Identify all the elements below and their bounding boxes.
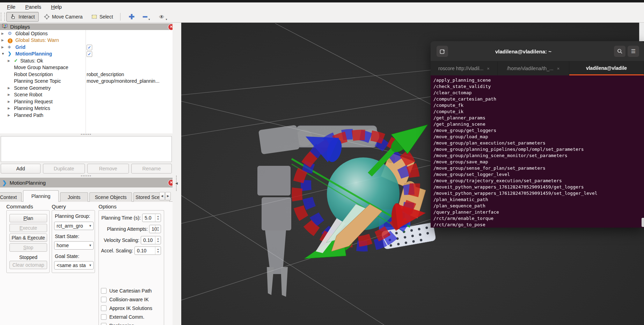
chevron-right-icon[interactable]: ▶ [1,45,4,49]
displays-panel-header[interactable]: Displays ✕ [0,23,177,30]
menu-help[interactable]: Help [47,3,66,10]
tree-label: Scene Geometry [14,85,51,91]
terminal-tab-roscore[interactable]: roscore http://vladil... × [431,61,498,75]
checkbox-icon[interactable] [101,314,107,320]
approx-ik-solutions-option[interactable]: Approx IK Solutions [101,305,152,312]
visibility-tool-button[interactable]: 👁▾ [155,13,171,21]
rename-display-button[interactable]: Rename [131,164,172,173]
tree-row-global-options[interactable]: ▶ ⚙ Global Options [0,31,173,37]
search-icon[interactable] [614,46,625,57]
accel-scaling-label: Accel. Scaling: [101,248,133,253]
external-comm-option[interactable]: External Comm. [101,313,144,320]
chevron-right-icon[interactable]: ▶ [1,32,4,35]
close-icon[interactable]: × [557,66,560,71]
duplicate-display-button[interactable]: Duplicate [43,164,85,173]
tree-row-global-status[interactable]: ▶ ! Global Status: Warn [0,37,173,44]
chevron-right-icon[interactable]: ▶ [8,59,10,62]
checkbox-icon[interactable] [101,323,107,325]
tree-row-robot-description[interactable]: Robot Description robot_description [0,72,173,78]
terminal-tab-home[interactable]: /home/vladilena/th_... × [498,61,569,75]
tab-scroll-right-icon[interactable]: ▶ [165,192,171,200]
goal-state-select[interactable]: <same as sta▼ [54,261,94,269]
terminal-scrollbar-thumb[interactable] [642,218,644,227]
chevron-right-icon[interactable]: ▶ [8,113,10,117]
planning-group-select[interactable]: rct_arm_gro▼ [54,222,94,230]
tab-scene-objects[interactable]: Scene Objects [89,192,132,202]
execute-button[interactable]: Execute [9,224,47,232]
tab-joints[interactable]: Joints [60,192,88,202]
collision-aware-ik-option[interactable]: Collision-aware IK [101,296,149,303]
terminal-header-bar[interactable]: vladilena@vladilena: ~ ☰ [431,41,644,61]
move-camera-tool-button[interactable]: Move Camera [40,12,86,21]
tree-row-planning-request[interactable]: ▶ Planning Request [0,99,173,105]
motionplanning-enabled-checkbox[interactable]: ✓ [87,51,92,57]
stop-button[interactable]: Stop [9,243,47,252]
tree-value[interactable]: move_group/monitored_plannin... [87,78,160,84]
grid-enabled-checkbox[interactable]: ✓ [87,45,92,50]
tree-row-planning-scene-topic[interactable]: Planning Scene Topic move_group/monitore… [0,78,173,85]
checkbox-icon[interactable] [101,305,107,311]
accel-scaling-spinner[interactable]: 0.10▲▼ [134,246,161,255]
tree-row-motionplanning[interactable]: ▼ ❯ MotionPlanning ✓ [0,51,173,58]
velocity-scaling-spinner[interactable]: 0.10▲▼ [141,236,161,244]
tree-row-planning-metrics[interactable]: ▶ Planning Metrics [0,105,173,112]
displays-help-area [1,136,172,162]
hamburger-menu-icon[interactable]: ☰ [628,46,639,57]
zoom-in-tool-button[interactable]: ✚ [125,11,138,22]
tab-scroll-left-icon[interactable]: ◀ [159,192,165,200]
tree-row-move-group-namespace[interactable]: Move Group Namespace [0,65,173,71]
checkbox-label: External Comm. [109,314,144,320]
chevron-right-icon[interactable]: ▶ [1,38,4,42]
hand-cursor-icon [10,14,16,20]
spinner-arrows-icon[interactable]: ▲▼ [155,247,161,254]
planning-attempts-spinner[interactable]: 10▲▼ [149,225,161,233]
chevron-right-icon[interactable]: ▶ [8,106,10,110]
tree-row-scene-geometry[interactable]: ▶ Scene Geometry [0,85,173,92]
chevron-right-icon[interactable]: ▶ [8,100,10,103]
select-tool-button[interactable]: Select [88,12,117,21]
tree-row-scene-robot[interactable]: ▶ Scene Robot [0,92,173,98]
checkbox-icon[interactable] [101,288,107,294]
plan-button[interactable]: Plan [9,214,47,222]
terminal-output[interactable]: /apply_planning_scene /check_state_valid… [431,75,644,228]
menu-file[interactable]: File [3,3,20,10]
tab-context[interactable]: Context [0,192,22,202]
terminal-line: /rct/arm/enable_torque [431,215,644,222]
tab-planning[interactable]: Planning [23,190,59,202]
chevron-right-icon[interactable]: ▶ [8,93,10,96]
menu-panels[interactable]: Panels [21,3,45,10]
start-state-select[interactable]: home▼ [54,241,94,250]
add-display-button[interactable]: Add [1,164,41,173]
collapse-left-icon[interactable]: ◀ [175,182,178,185]
goal-state-value: <same as sta [57,263,86,268]
use-cartesian-path-option[interactable]: Use Cartesian Path [101,287,152,294]
toolbar-drag-handle[interactable] [1,13,5,21]
zoom-out-tool-button[interactable]: ━▾ [139,11,154,22]
velocity-scaling-label: Velocity Scaling: [104,237,139,243]
tree-value[interactable]: robot_description [87,72,124,77]
displays-splitter-handle[interactable]: •••••• [0,133,173,136]
clear-octomap-button[interactable]: Clear octomap [9,261,47,269]
chevron-right-icon[interactable]: ▶ [8,86,10,90]
displays-tree[interactable]: ▶ ⚙ Global Options ▶ ! Global Status: Wa… [0,30,173,133]
motionplanning-splitter-handle[interactable]: •••••• [0,175,173,178]
interact-tool-button[interactable]: Interact [6,12,39,22]
plan-and-execute-button[interactable]: Plan & Execute [9,234,47,242]
close-icon[interactable]: × [487,66,490,71]
planning-time-spinner[interactable]: 5.0▲▼ [142,214,161,222]
tree-row-status-ok[interactable]: ▶ ✓ Status: Ok [0,58,173,65]
dock-resize-handle[interactable]: ◀ [173,23,181,325]
spinner-arrows-icon[interactable]: ▲▼ [155,236,161,244]
terminal-window[interactable]: vladilena@vladilena: ~ ☰ roscore http://… [431,41,644,228]
checkbox-icon[interactable] [101,297,107,302]
right-dock-scrollbar[interactable] [639,23,644,41]
terminal-tab-active[interactable]: vladilena@vladile [569,61,644,75]
motionplanning-panel-header[interactable]: ❯ MotionPlanning ✕ [0,178,177,187]
tree-row-grid[interactable]: ▶ ◈ Grid ✓ [0,44,173,51]
replanning-option[interactable]: Replanning [101,322,134,325]
spinner-arrows-icon[interactable]: ▲▼ [155,214,161,222]
spinner-arrows-icon[interactable]: ▲▼ [155,225,161,233]
tree-row-planned-path[interactable]: ▶ Planned Path [0,112,173,119]
remove-display-button[interactable]: Remove [87,164,129,173]
chevron-down-icon[interactable]: ▼ [1,52,5,56]
